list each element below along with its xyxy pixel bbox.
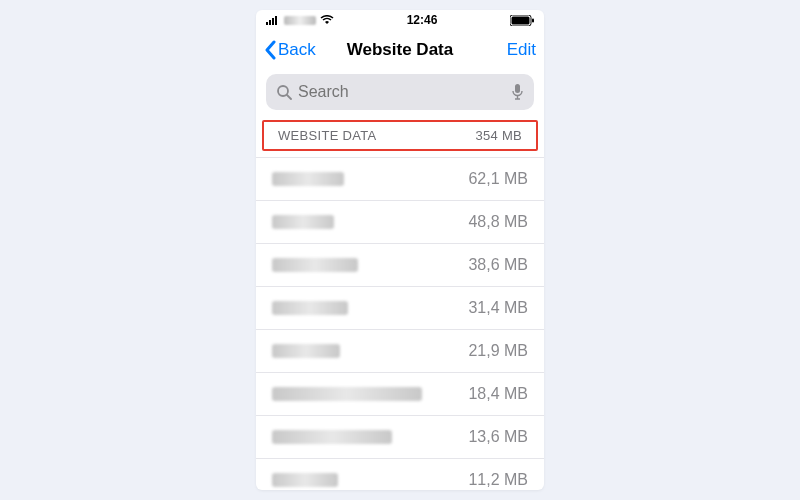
section-total: 354 MB xyxy=(475,128,522,143)
page-title: Website Data xyxy=(347,40,453,60)
svg-line-8 xyxy=(287,95,291,99)
domain-label-redacted xyxy=(272,301,348,315)
table-row[interactable]: 62,1 MB xyxy=(256,157,544,201)
status-time: 12:46 xyxy=(407,13,438,27)
table-row[interactable]: 31,4 MB xyxy=(256,287,544,330)
domain-label-redacted xyxy=(272,215,334,229)
status-right xyxy=(510,15,534,26)
domain-label-redacted xyxy=(272,387,422,401)
signal-icon xyxy=(266,15,280,25)
domain-label-redacted xyxy=(272,473,338,487)
data-size: 18,4 MB xyxy=(468,385,528,403)
wifi-icon xyxy=(320,15,334,25)
data-size: 48,8 MB xyxy=(468,213,528,231)
mic-icon[interactable] xyxy=(511,83,524,101)
domain-label-redacted xyxy=(272,172,344,186)
nav-bar: Back Website Data Edit xyxy=(256,30,544,70)
svg-rect-5 xyxy=(511,16,529,24)
svg-rect-6 xyxy=(532,18,534,22)
status-left xyxy=(266,15,334,25)
website-data-list[interactable]: 62,1 MB48,8 MB38,6 MB31,4 MB21,9 MB18,4 … xyxy=(256,151,544,490)
data-size: 13,6 MB xyxy=(468,428,528,446)
data-size: 31,4 MB xyxy=(468,299,528,317)
table-row[interactable]: 38,6 MB xyxy=(256,244,544,287)
table-row[interactable]: 21,9 MB xyxy=(256,330,544,373)
table-row[interactable]: 48,8 MB xyxy=(256,201,544,244)
search-icon xyxy=(276,84,292,100)
search-input[interactable] xyxy=(298,83,505,101)
domain-label-redacted xyxy=(272,344,340,358)
data-size: 38,6 MB xyxy=(468,256,528,274)
data-size: 21,9 MB xyxy=(468,342,528,360)
svg-rect-1 xyxy=(269,20,271,25)
svg-rect-9 xyxy=(515,84,520,93)
table-row[interactable]: 11,2 MB xyxy=(256,459,544,490)
svg-rect-2 xyxy=(272,18,274,25)
svg-rect-3 xyxy=(275,16,277,25)
search-bar[interactable] xyxy=(266,74,534,110)
chevron-left-icon xyxy=(264,40,276,60)
svg-rect-0 xyxy=(266,22,268,25)
table-row[interactable]: 18,4 MB xyxy=(256,373,544,416)
domain-label-redacted xyxy=(272,430,392,444)
edit-button[interactable]: Edit xyxy=(507,40,536,60)
carrier-label-redacted xyxy=(284,16,316,25)
battery-icon xyxy=(510,15,534,26)
search-container xyxy=(256,70,544,120)
section-header-highlighted: Website Data 354 MB xyxy=(262,120,538,151)
back-label: Back xyxy=(278,40,316,60)
data-size: 11,2 MB xyxy=(468,471,528,489)
phone-frame: 12:46 Back Website Data Edit Web xyxy=(256,10,544,490)
section-label: Website Data xyxy=(278,128,376,143)
table-row[interactable]: 13,6 MB xyxy=(256,416,544,459)
data-size: 62,1 MB xyxy=(468,170,528,188)
back-button[interactable]: Back xyxy=(264,40,316,60)
domain-label-redacted xyxy=(272,258,358,272)
status-bar: 12:46 xyxy=(256,10,544,30)
